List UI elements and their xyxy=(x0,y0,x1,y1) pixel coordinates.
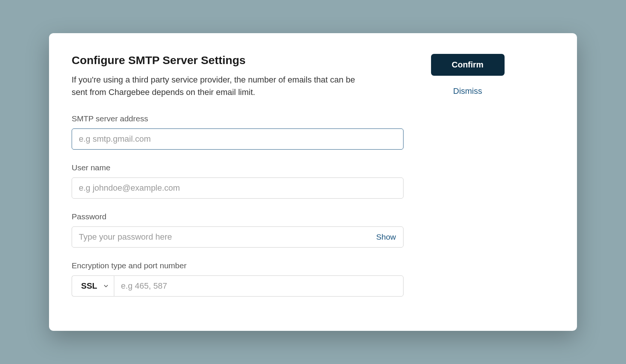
show-password-button[interactable]: Show xyxy=(376,232,396,242)
username-label: User name xyxy=(72,163,404,172)
confirm-button[interactable]: Confirm xyxy=(431,54,505,76)
smtp-address-group: SMTP server address xyxy=(72,114,404,150)
form-content: Configure SMTP Server Settings If you're… xyxy=(72,54,404,310)
password-input[interactable] xyxy=(72,226,404,248)
dismiss-link[interactable]: Dismiss xyxy=(453,86,482,96)
username-input[interactable] xyxy=(72,177,404,199)
actions-sidebar: Confirm Dismiss xyxy=(419,54,517,310)
encryption-group: Encryption type and port number SSL xyxy=(72,261,404,297)
password-group: Password Show xyxy=(72,212,404,248)
encryption-row: SSL xyxy=(72,275,404,297)
chevron-down-icon xyxy=(103,283,109,289)
smtp-settings-dialog: Configure SMTP Server Settings If you're… xyxy=(49,33,577,331)
encryption-label: Encryption type and port number xyxy=(72,261,404,270)
password-label: Password xyxy=(72,212,404,221)
smtp-address-input[interactable] xyxy=(72,128,404,150)
encryption-type-value: SSL xyxy=(81,281,97,291)
page-description: If you're using a third party service pr… xyxy=(72,73,362,98)
smtp-address-label: SMTP server address xyxy=(72,114,404,123)
username-group: User name xyxy=(72,163,404,199)
port-input[interactable] xyxy=(114,275,404,297)
password-wrapper: Show xyxy=(72,226,404,248)
page-title: Configure SMTP Server Settings xyxy=(72,54,404,67)
encryption-type-select[interactable]: SSL xyxy=(72,275,114,297)
